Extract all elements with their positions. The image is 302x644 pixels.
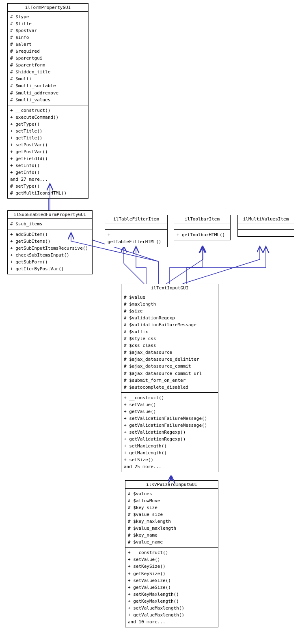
ilToolbarItem-title: ilToolbarItem <box>174 215 230 223</box>
svg-line-7 <box>183 259 260 284</box>
svg-line-5 <box>166 259 203 284</box>
svg-line-3 <box>124 263 144 284</box>
ilKVPWizardInputGUI-properties: # $values # $allowMove # $key_size # $va… <box>125 489 218 548</box>
ilKVPWizardInputGUI-methods: + __construct() + setValue() + setKeySiz… <box>125 548 218 627</box>
ilTextInputGUI-methods: + __construct() + setValue() + getValue(… <box>121 393 218 472</box>
ilTableFilterItem-title: ilTableFilterItem <box>105 215 167 223</box>
ilFormPropertyGUI-methods: + __construct() + executeCommand() + get… <box>8 105 88 199</box>
ilKVPWizardInputGUI-box: ilKVPWizardInputGUI # $values # $allowMo… <box>125 480 218 627</box>
ilToolbarItem-empty <box>174 223 230 230</box>
ilTextInputGUI-box: ilTextInputGUI # $value # $maxlength # $… <box>121 284 218 472</box>
ilTableFilterItem-methods: + getTableFilterHTML() <box>105 230 167 247</box>
ilSubEnabledFormPropertyGUI-title: ilSubEnabledFormPropertyGUI <box>8 211 92 219</box>
ilTableFilterItem-box: ilTableFilterItem + getTableFilterHTML() <box>105 215 168 247</box>
uml-diagram: ilFormPropertyGUI # $type # $title # $po… <box>0 0 302 644</box>
ilMultiValuesItem-box: ilMultiValuesItem <box>237 215 294 237</box>
ilFormPropertyGUI-box: ilFormPropertyGUI # $type # $title # $po… <box>7 3 88 199</box>
ilKVPWizardInputGUI-title: ilKVPWizardInputGUI <box>125 481 218 489</box>
ilMultiValuesItem-empty2 <box>238 230 294 236</box>
ilToolbarItem-methods: + getToolbarHTML() <box>174 230 230 240</box>
ilSubEnabledFormPropertyGUI-properties: # $sub_items <box>8 219 92 229</box>
ilMultiValuesItem-title: ilMultiValuesItem <box>238 215 294 223</box>
ilSubEnabledFormPropertyGUI-methods: + addSubItem() + getSubItems() + getSubI… <box>8 229 92 274</box>
ilFormPropertyGUI-title: ilFormPropertyGUI <box>8 4 88 12</box>
ilSubEnabledFormPropertyGUI-box: ilSubEnabledFormPropertyGUI # $sub_items… <box>7 210 93 274</box>
ilFormPropertyGUI-properties: # $type # $title # $postvar # $info # $a… <box>8 12 88 105</box>
ilToolbarItem-box: ilToolbarItem + getToolbarHTML() <box>174 215 231 240</box>
ilTextInputGUI-properties: # $value # $maxlength # $size # $validat… <box>121 292 218 393</box>
ilTableFilterItem-empty <box>105 223 167 230</box>
ilMultiValuesItem-empty1 <box>238 223 294 230</box>
ilTextInputGUI-title: ilTextInputGUI <box>121 284 218 292</box>
